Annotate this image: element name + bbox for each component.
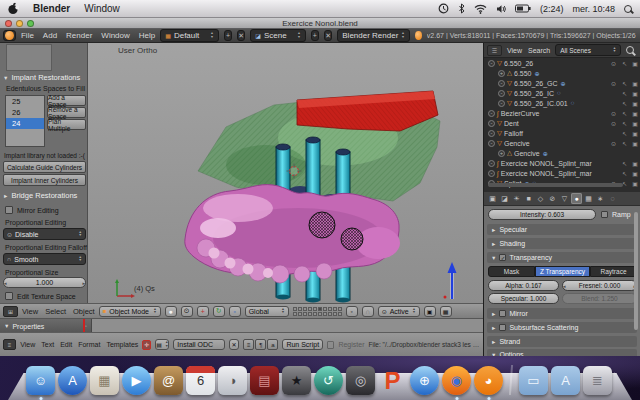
layer-cell-13[interactable]	[303, 312, 307, 316]
bluetooth-icon[interactable]	[458, 3, 465, 14]
text-toggle-2[interactable]: ¶	[255, 339, 266, 350]
menu-item-view[interactable]: View	[20, 341, 35, 348]
alpha-slider[interactable]: Alpha: 0.167	[488, 280, 559, 291]
pin-icon[interactable]: ◦	[85, 323, 87, 329]
snap-target-dropdown[interactable]: ⊙ Active	[378, 306, 420, 317]
mask-button[interactable]: Mask	[488, 266, 535, 277]
layer-cell-9[interactable]	[333, 307, 337, 311]
layer-cell-6[interactable]	[318, 307, 322, 311]
outliner-row-6-550-26-gc[interactable]: -▽6.550_26_GC⊕⊙↖▣	[484, 78, 640, 88]
collapse-icon[interactable]: -	[488, 120, 495, 127]
blender-menu-icon[interactable]	[3, 30, 16, 41]
tab-render-icon[interactable]: ▣	[487, 193, 498, 204]
dock-idvd-icon[interactable]: ★	[282, 366, 311, 395]
proportional-editing-dropdown[interactable]: ⊙Disable	[3, 228, 86, 240]
layer-cell-20[interactable]	[338, 312, 342, 316]
opengl-render-button[interactable]: ▣	[424, 306, 436, 317]
menu-item-view[interactable]: View	[22, 307, 38, 316]
dock-photo-booth-icon[interactable]: ▤	[250, 366, 279, 395]
tab-scene-icon[interactable]: ◪	[499, 193, 510, 204]
menu-item-render[interactable]: Render	[66, 31, 92, 40]
dock-calendar-icon[interactable]: 6	[186, 366, 215, 395]
opengl-render-anim-button[interactable]: ▦	[440, 306, 452, 317]
sel-restrict-icon[interactable]: ↖	[622, 170, 627, 177]
screen-layout-selector[interactable]: ▦ Default	[160, 29, 219, 42]
layer-cell-16[interactable]	[318, 312, 322, 316]
specular-panel-header[interactable]: ►Specular	[487, 224, 637, 235]
cam-restrict-icon[interactable]: ▣	[632, 110, 638, 117]
edit-texture-space-checkbox[interactable]: Edit Texture Space	[5, 292, 76, 300]
cam-restrict-icon[interactable]: ▣	[632, 100, 638, 107]
fresnel-field[interactable]: ◂Fresnel: 0.000▸	[562, 280, 637, 291]
sel-restrict-icon[interactable]: ↖	[622, 120, 627, 127]
menu-item-view[interactable]: View	[507, 47, 522, 54]
collapse-icon[interactable]: -	[498, 80, 505, 87]
menu-item-text[interactable]: Text	[41, 341, 54, 348]
eye-restrict-icon[interactable]: ⊙	[611, 60, 616, 67]
viewport-shading-dropdown[interactable]: ●	[165, 306, 177, 317]
options-panel-header[interactable]: ▼Options	[487, 349, 637, 356]
layer-cell-3[interactable]	[303, 307, 307, 311]
dock-photos-icon[interactable]: ▦	[90, 366, 119, 395]
layer-cell-7[interactable]	[323, 307, 327, 311]
collapse-icon[interactable]: -	[488, 110, 495, 117]
eye-restrict-icon[interactable]: ⊙	[611, 80, 616, 87]
collapse-icon[interactable]: -	[498, 90, 505, 97]
outliner-row-6-550-26[interactable]: -▽6.550_26⊙↖▣	[484, 58, 640, 68]
collapse-icon[interactable]: -	[488, 60, 495, 67]
diffuse-intensity-slider[interactable]: Intensity: 0.603	[488, 209, 596, 220]
transparency-panel-header[interactable]: ▼✓Transparency	[487, 252, 637, 263]
cam-restrict-icon[interactable]: ▣	[632, 170, 638, 177]
menu-item-format[interactable]: Format	[78, 341, 100, 348]
remove-space-button[interactable]: Remove a Space	[47, 107, 86, 118]
text-toggle-3[interactable]: a	[267, 339, 278, 350]
tab-world-icon[interactable]: ☀	[511, 193, 522, 204]
cam-restrict-icon[interactable]: ▣	[632, 130, 638, 137]
sss-panel-header[interactable]: ►Subsurface Scattering	[487, 322, 637, 333]
menu-item-templates[interactable]: Templates	[106, 341, 138, 348]
specular-alpha-slider[interactable]: Specular: 1.000	[488, 293, 559, 304]
collapse-icon[interactable]: -	[488, 130, 495, 137]
implant-restorations-panel-header[interactable]: ▼Implant Restorations	[3, 73, 80, 82]
mode-dropdown[interactable]: ■ Object Mode	[99, 306, 161, 317]
battery-icon[interactable]	[515, 4, 531, 13]
sel-restrict-icon[interactable]: ↖	[622, 110, 627, 117]
render-engine-selector[interactable]: Blender Render	[337, 29, 410, 42]
z-transparency-button[interactable]: Z Transparency	[535, 266, 590, 277]
layer-cell-11[interactable]	[293, 312, 297, 316]
properties-scrollbar[interactable]	[634, 212, 638, 330]
dock-firefox-icon[interactable]: ◉	[442, 366, 471, 395]
menu-item-edit[interactable]: Edit	[60, 341, 72, 348]
tab-texture-icon[interactable]: ▦	[583, 193, 594, 204]
outliner-scrollbar[interactable]	[488, 183, 623, 187]
pivot-point-dropdown[interactable]: ⊙	[181, 306, 193, 317]
unlink-text-button[interactable]: ✕	[229, 339, 240, 350]
tab-object-icon[interactable]: ■	[523, 193, 534, 204]
layer-cell-2[interactable]	[298, 307, 302, 311]
collapse-icon[interactable]: -	[488, 160, 495, 167]
add-space-button[interactable]: Add a Space	[47, 95, 86, 106]
sel-restrict-icon[interactable]: ↖	[622, 60, 627, 67]
manipulator-translate-button[interactable]: +	[197, 306, 209, 317]
layer-cell-12[interactable]	[298, 312, 302, 316]
menu-item-help[interactable]: Help	[139, 31, 155, 40]
mirror-panel-header[interactable]: ►Mirror	[487, 308, 637, 319]
strand-panel-header[interactable]: ►Strand	[487, 336, 637, 347]
text-name-field[interactable]: Install ODC	[173, 339, 224, 350]
expand-icon[interactable]: +	[498, 70, 505, 77]
dock-app-store-icon[interactable]: A	[58, 366, 87, 395]
dock-iphoto-icon[interactable]: ◑	[218, 366, 247, 395]
outliner-row-gencive[interactable]: -▽Gencive⊙↖▣	[484, 138, 640, 148]
gingiva-model[interactable]	[185, 185, 400, 283]
lock-to-scene-button[interactable]: ◦	[346, 306, 358, 317]
implant-inner-cylinders-button[interactable]: Implant Inner Cylinders	[3, 174, 86, 186]
dock-time-machine-icon[interactable]: ↺	[314, 366, 343, 395]
edentulous-spaces-list[interactable]: 252624	[5, 95, 45, 147]
tab-data-icon[interactable]: ▽	[559, 193, 570, 204]
sel-restrict-icon[interactable]: ↖	[622, 140, 627, 147]
checkbox-icon[interactable]	[499, 310, 506, 317]
text-toggle-1[interactable]: ≡	[243, 339, 254, 350]
collapse-icon[interactable]: -	[488, 170, 495, 177]
eye-restrict-icon[interactable]: ⊙	[611, 120, 616, 127]
menu-item-search[interactable]: Search	[528, 47, 550, 54]
